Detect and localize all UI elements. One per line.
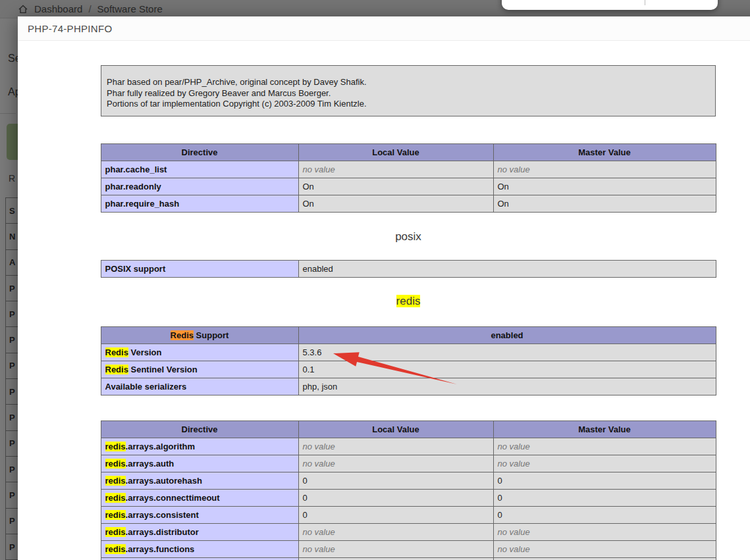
phpinfo-modal: PHP-74-PHPINFO Phar based on pear/PHP_Ar…: [18, 16, 750, 560]
table-cell: On: [493, 195, 716, 212]
modal-header: PHP-74-PHPINFO: [18, 16, 750, 41]
table-cell: enabled: [298, 260, 716, 277]
table-cell: phar.readonly: [101, 178, 298, 195]
search-highlight: redis: [105, 527, 126, 537]
table-cell: phar.cache_list: [101, 161, 298, 178]
table-row: redis.arrays.algorithmno valueno value: [101, 438, 716, 455]
table-row: phar.require_hashOnOn: [101, 195, 716, 212]
table-cell: 0: [298, 489, 493, 506]
phar-credits-box: Phar based on pear/PHP_Archive, original…: [101, 65, 716, 116]
table-cell: no value: [298, 540, 493, 557]
browser-find-bar[interactable]: [502, 0, 718, 10]
table-header-cell: Directive: [101, 143, 298, 161]
modal-title: PHP-74-PHPINFO: [28, 23, 112, 34]
table-row: phar.cache_listno valueno value: [101, 161, 716, 178]
table-header-row: DirectiveLocal ValueMaster Value: [101, 420, 716, 438]
table-cell: POSIX support: [101, 260, 298, 277]
table-header-cell: enabled: [298, 326, 716, 344]
table-cell: On: [298, 195, 493, 212]
table-cell: no value: [298, 523, 493, 540]
table-row: Available serializersphp, json: [101, 378, 716, 395]
table-cell: redis.arrays.auth: [101, 455, 298, 472]
table-cell: Redis Version: [101, 344, 298, 361]
phar-directive-table: DirectiveLocal ValueMaster Valuephar.cac…: [101, 143, 716, 213]
table-row: [101, 557, 716, 560]
table-cell: On: [493, 178, 716, 195]
table-cell: Available serializers: [101, 378, 298, 395]
search-highlight: redis: [105, 544, 126, 554]
posix-module-heading: posix: [101, 231, 716, 243]
table-row: POSIX supportenabled: [101, 260, 716, 277]
table-row: redis.arrays.connecttimeout00: [101, 489, 716, 506]
search-highlight: redis: [105, 476, 126, 486]
table-cell: redis.arrays.algorithm: [101, 438, 298, 455]
table-cell: redis.arrays.functions: [101, 540, 298, 557]
table-cell: [298, 557, 493, 560]
table-cell: no value: [493, 438, 716, 455]
table-cell: no value: [298, 438, 493, 455]
table-row: redis.arrays.consistent00: [101, 506, 716, 523]
search-highlight: Redis: [105, 347, 128, 357]
table-cell: no value: [298, 455, 493, 472]
table-header-cell: Directive: [101, 420, 298, 438]
table-cell: 5.3.6: [298, 344, 716, 361]
table-row: redis.arrays.authno valueno value: [101, 455, 716, 472]
find-bar-divider: [645, 0, 645, 5]
table-cell: redis.arrays.consistent: [101, 506, 298, 523]
table-cell: phar.require_hash: [101, 195, 298, 212]
screen: Dashboard / Software Store Se Ap R SNAPP…: [0, 0, 750, 560]
table-row: Redis Version5.3.6: [101, 344, 716, 361]
phar-credits-line: Phar fully realized by Gregory Beaver an…: [107, 88, 710, 99]
table-cell: no value: [493, 523, 716, 540]
table-cell: 0: [298, 506, 493, 523]
table-cell: Redis Sentinel Version: [101, 361, 298, 378]
table-header-cell: Master Value: [493, 420, 716, 438]
search-highlight: redis: [105, 510, 126, 520]
table-cell: [101, 557, 298, 560]
table-cell: 0: [493, 472, 716, 489]
posix-support-table: POSIX supportenabled: [101, 260, 716, 278]
table-row: redis.arrays.functionsno valueno value: [101, 540, 716, 557]
table-header-cell: Local Value: [298, 143, 493, 161]
table-cell: [493, 557, 716, 560]
redis-directive-table: DirectiveLocal ValueMaster Valueredis.ar…: [101, 420, 716, 560]
table-cell: redis.arrays.distributor: [101, 523, 298, 540]
phar-credits-line: Portions of tar implementation Copyright…: [107, 99, 710, 110]
redis-support-table: Redis SupportenabledRedis Version5.3.6Re…: [101, 326, 716, 395]
table-cell: no value: [298, 161, 493, 178]
table-cell: 0: [298, 472, 493, 489]
phar-credits-line: Phar based on pear/PHP_Archive, original…: [107, 77, 710, 88]
search-highlight: redis: [105, 493, 126, 503]
table-header-cell: Master Value: [493, 143, 716, 161]
table-header-cell: Redis Support: [101, 326, 298, 344]
table-cell: no value: [493, 161, 716, 178]
search-highlight: Redis: [171, 330, 194, 340]
redis-module-heading: redis: [101, 295, 716, 307]
table-cell: 0.1: [298, 361, 716, 378]
table-row: redis.arrays.autorehash00: [101, 472, 716, 489]
table-row: redis.arrays.distributorno valueno value: [101, 523, 716, 540]
search-highlight: Redis: [105, 365, 128, 374]
table-cell: no value: [493, 540, 716, 557]
table-cell: 0: [493, 489, 716, 506]
table-cell: redis.arrays.autorehash: [101, 472, 298, 489]
table-header-row: DirectiveLocal ValueMaster Value: [101, 143, 716, 161]
search-highlight: redis: [105, 442, 126, 451]
table-cell: no value: [493, 455, 716, 472]
table-row: phar.readonlyOnOn: [101, 178, 716, 195]
search-highlight: redis: [105, 459, 126, 469]
table-cell: redis.arrays.connecttimeout: [101, 489, 298, 506]
table-row: Redis Sentinel Version0.1: [101, 361, 716, 378]
table-cell: 0: [493, 506, 716, 523]
search-highlight: redis: [396, 295, 421, 307]
phpinfo-content: Phar based on pear/PHP_Archive, original…: [18, 65, 750, 560]
table-cell: On: [298, 178, 493, 195]
table-cell: php, json: [298, 378, 716, 395]
table-header-row: Redis Supportenabled: [101, 326, 716, 344]
table-header-cell: Local Value: [298, 420, 493, 438]
